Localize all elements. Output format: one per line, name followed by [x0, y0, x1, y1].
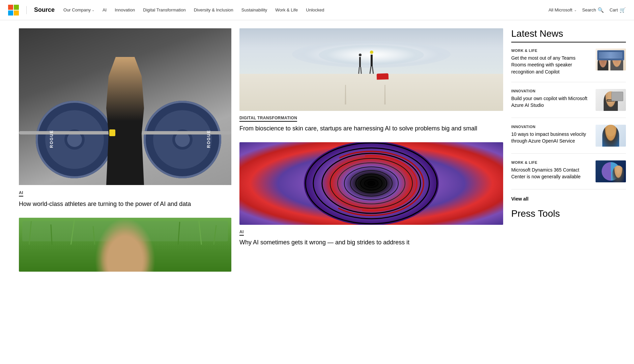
swirl-image: [239, 142, 503, 225]
nav-link-innovation[interactable]: Innovation: [111, 5, 138, 15]
news-item-2-text: Innovation Build your own copilot with M…: [511, 89, 592, 111]
news-thumb-3[interactable]: [596, 125, 626, 147]
news-item-1: Work & Life Get the most out of any Team…: [511, 49, 626, 82]
all-microsoft-button[interactable]: All Microsoft ⌄: [548, 7, 577, 12]
nav-divider: [26, 6, 27, 14]
news-item-4-text: Work & Life Microsoft Dynamics 365 Conta…: [511, 160, 592, 182]
main-nav: Source Our Company ⌄ AI Innovation Digit…: [0, 0, 634, 20]
swirl-svg: [239, 142, 503, 225]
hero-image-outdoor: [19, 218, 231, 272]
nav-link-ai[interactable]: AI: [99, 5, 110, 15]
news-item-3-text: Innovation 10 ways to impact business ve…: [511, 125, 592, 147]
news-item-2-category: Innovation: [511, 89, 592, 93]
nav-link-unlocked[interactable]: Unlocked: [302, 5, 327, 15]
cart-icon: 🛒: [619, 7, 626, 13]
news-item-2: Innovation Build your own copilot with M…: [511, 89, 626, 118]
news-item-4: Work & Life Microsoft Dynamics 365 Conta…: [511, 160, 626, 189]
nav-link-our-company[interactable]: Our Company ⌄: [60, 5, 98, 15]
svg-rect-2: [8, 10, 13, 16]
cart-button[interactable]: Cart 🛒: [609, 7, 626, 13]
news-item-1-category: Work & Life: [511, 49, 592, 53]
article-polar[interactable]: Digital Transformation From bioscience t…: [239, 28, 503, 133]
mid-column: Digital Transformation From bioscience t…: [239, 28, 503, 272]
search-button[interactable]: Search 🔍: [582, 7, 604, 13]
view-all-button[interactable]: View all: [511, 196, 626, 202]
article-polar-title[interactable]: From bioscience to skin care, startups a…: [239, 124, 503, 133]
article1-title[interactable]: How world-class athletes are turning to …: [19, 200, 231, 208]
polar-image: [239, 28, 503, 111]
news-item-1-headline[interactable]: Get the most out of any Teams Rooms meet…: [511, 55, 592, 75]
news-item-4-headline[interactable]: Microsoft Dynamics 365 Contact Center is…: [511, 166, 592, 180]
news-item-1-text: Work & Life Get the most out of any Team…: [511, 49, 592, 75]
nav-right-area: All Microsoft ⌄ Search 🔍 Cart 🛒: [548, 7, 626, 13]
news-item-3-headline[interactable]: 10 ways to impact business velocity thro…: [511, 131, 592, 145]
hero-image-weightlifter: ROGUE ROGUE: [19, 28, 231, 185]
news-thumb-1[interactable]: [596, 49, 626, 70]
left-column: ROGUE ROGUE AI How world-class athletes …: [19, 28, 231, 272]
news-item-3: Innovation 10 ways to impact business ve…: [511, 125, 626, 154]
article-swirl-title[interactable]: Why AI sometimes gets it wrong — and big…: [239, 238, 503, 247]
article-polar-tag: Digital Transformation: [239, 116, 503, 122]
article-hero-outdoor[interactable]: [19, 218, 231, 272]
article1-tag: AI: [19, 190, 231, 196]
nav-link-diversity[interactable]: Diversity & Inclusion: [191, 5, 237, 15]
latest-news-divider: [511, 42, 626, 42]
nav-source-label[interactable]: Source: [34, 6, 55, 13]
chevron-down-icon: ⌄: [574, 8, 577, 12]
latest-news-heading: Latest News: [511, 28, 626, 39]
news-item-3-category: Innovation: [511, 125, 592, 129]
nav-link-work-life[interactable]: Work & Life: [272, 5, 301, 15]
press-tools-heading: Press Tools: [511, 208, 626, 219]
nav-links: Our Company ⌄ AI Innovation Digital Tran…: [60, 5, 548, 15]
news-item-2-headline[interactable]: Build your own copilot with Microsoft Az…: [511, 95, 592, 109]
svg-rect-1: [14, 5, 19, 10]
right-column: Latest News Work & Life Get the most out…: [511, 28, 626, 272]
news-thumb-4[interactable]: [596, 160, 626, 182]
chevron-down-icon: ⌄: [92, 8, 94, 12]
article-hero-weightlifter[interactable]: ROGUE ROGUE AI How world-class athletes …: [19, 28, 231, 208]
svg-rect-0: [8, 5, 13, 10]
svg-rect-3: [14, 10, 19, 16]
article-swirl[interactable]: AI Why AI sometimes gets it wrong — and …: [239, 142, 503, 247]
logo-area[interactable]: Source: [8, 5, 55, 16]
nav-link-digital-transformation[interactable]: Digital Transformation: [140, 5, 189, 15]
main-layout: ROGUE ROGUE AI How world-class athletes …: [0, 20, 634, 272]
microsoft-logo: [8, 5, 19, 16]
article-swirl-tag: AI: [239, 230, 503, 236]
news-thumb-2[interactable]: [596, 89, 626, 111]
nav-link-sustainability[interactable]: Sustainability: [238, 5, 271, 15]
news-item-4-category: Work & Life: [511, 160, 592, 164]
search-icon: 🔍: [598, 7, 604, 13]
